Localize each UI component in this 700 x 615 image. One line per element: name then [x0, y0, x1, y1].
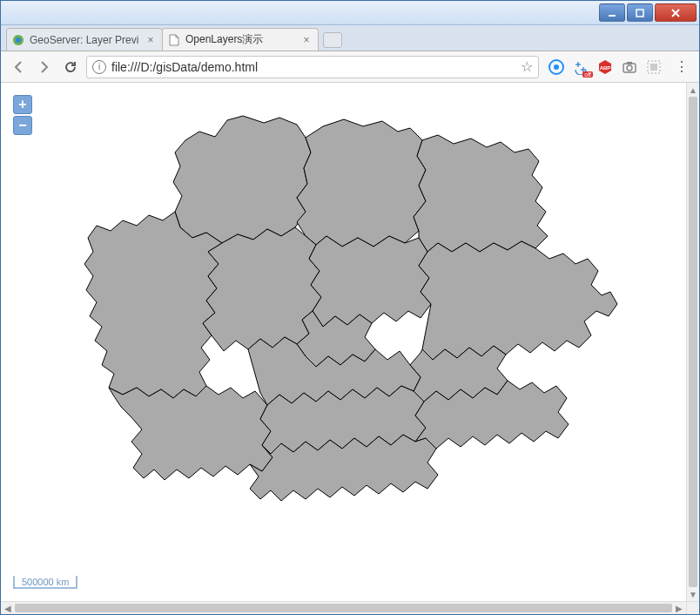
- zoom-out-button[interactable]: −: [13, 116, 32, 135]
- tab-geoserver[interactable]: GeoServer: Layer Previ ×: [6, 28, 163, 51]
- browser-window: GeoServer: Layer Previ × OpenLayers演示 × …: [0, 0, 700, 615]
- svg-point-5: [16, 37, 21, 43]
- tab-close-icon[interactable]: ×: [300, 34, 313, 46]
- url-text: file:///D:/gisData/demo.html: [111, 60, 515, 74]
- tab-label: GeoServer: Layer Previ: [30, 34, 145, 46]
- map-layer: [44, 90, 636, 578]
- region-west: [84, 212, 222, 398]
- translate-ext-icon[interactable]: off: [572, 58, 589, 76]
- file-favicon-icon: [168, 34, 180, 46]
- region-center: [309, 236, 431, 327]
- zoom-in-button[interactable]: +: [13, 95, 32, 114]
- geoserver-favicon-icon: [12, 34, 24, 46]
- tab-close-icon[interactable]: ×: [145, 34, 157, 46]
- scroll-thumb[interactable]: [689, 97, 697, 587]
- region-southwest: [109, 386, 273, 480]
- scale-line: 500000 km: [13, 576, 77, 589]
- new-tab-button[interactable]: [323, 32, 342, 48]
- scroll-track[interactable]: [15, 602, 672, 614]
- horizontal-scrollbar[interactable]: ◀ ▶: [1, 601, 686, 614]
- qq-browser-ext-icon[interactable]: [548, 58, 565, 76]
- scroll-right-icon[interactable]: ▶: [672, 602, 686, 614]
- adblock-ext-icon[interactable]: ABP: [596, 58, 614, 76]
- vertical-scrollbar[interactable]: ▲ ▼: [686, 83, 699, 601]
- back-button[interactable]: [8, 57, 29, 78]
- svg-rect-1: [636, 10, 643, 17]
- browser-menu-button[interactable]: ⋮: [671, 57, 692, 78]
- tab-label: OpenLayers演示: [185, 32, 300, 47]
- scroll-down-icon[interactable]: ▼: [687, 587, 699, 601]
- region-center-inner: [297, 311, 375, 367]
- minimize-button[interactable]: [599, 3, 625, 22]
- extension-tray: off ABP: [544, 58, 666, 76]
- address-bar: i file:///D:/gisData/demo.html ☆ off ABP…: [1, 51, 699, 83]
- page-viewport: + − 500000 km ▲ ▼ ◀ ▶: [1, 83, 699, 614]
- bookmark-star-icon[interactable]: ☆: [521, 58, 533, 75]
- ext-badge: off: [582, 71, 593, 78]
- tab-strip: GeoServer: Layer Previ × OpenLayers演示 ×: [1, 25, 699, 51]
- close-button[interactable]: [655, 3, 697, 22]
- scroll-up-icon[interactable]: ▲: [687, 83, 699, 97]
- region-east: [419, 241, 617, 360]
- url-input[interactable]: i file:///D:/gisData/demo.html ☆: [86, 56, 539, 78]
- maximize-button[interactable]: [627, 3, 653, 22]
- forward-button[interactable]: [34, 57, 55, 78]
- scroll-left-icon[interactable]: ◀: [1, 602, 15, 614]
- scroll-track[interactable]: [687, 97, 699, 587]
- reload-button[interactable]: [60, 57, 81, 78]
- svg-text:ABP: ABP: [600, 65, 611, 71]
- svg-rect-12: [627, 62, 632, 64]
- svg-point-11: [627, 65, 632, 71]
- region-center-west: [203, 227, 321, 351]
- screenshot-ext-icon[interactable]: [621, 58, 638, 76]
- site-info-icon[interactable]: i: [92, 60, 106, 74]
- zoom-controls: + −: [13, 95, 32, 137]
- svg-rect-14: [650, 64, 657, 71]
- region-northwest: [173, 116, 311, 243]
- blocked-ext-icon[interactable]: [645, 58, 663, 76]
- tab-openlayers-demo[interactable]: OpenLayers演示 ×: [162, 28, 319, 51]
- scroll-corner: [686, 601, 699, 614]
- svg-point-7: [554, 64, 559, 70]
- map-canvas[interactable]: + − 500000 km: [1, 83, 686, 601]
- region-north: [297, 119, 426, 247]
- scroll-thumb[interactable]: [15, 604, 672, 612]
- window-titlebar: [1, 1, 699, 25]
- region-northeast: [414, 135, 548, 252]
